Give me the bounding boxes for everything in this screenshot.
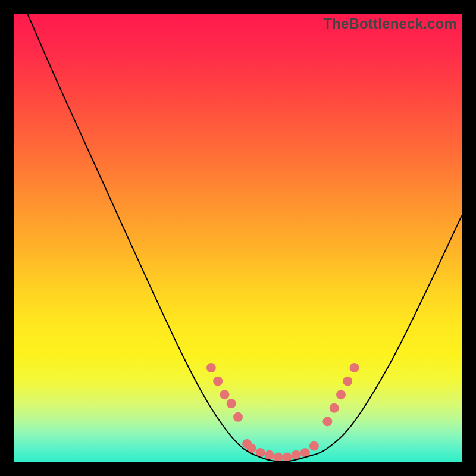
highlight-dot [233,412,243,422]
highlight-dot [227,399,236,408]
plot-area: TheBottleneck.com [14,14,462,462]
highlight-dot [330,403,339,413]
chart-svg [14,14,462,462]
highlight-dot [220,390,229,399]
highlight-dot [265,450,274,460]
highlight-dot [322,416,332,426]
highlight-dot [309,441,319,451]
highlight-dot [336,390,346,399]
highlight-dot [213,377,223,386]
highlight-dot [350,363,359,372]
highlight-dot [274,452,283,462]
highlight-dot [343,377,352,386]
highlight-dot [206,363,216,372]
bottleneck-curve [28,14,462,462]
markers-group [206,363,359,462]
chart-frame: TheBottleneck.com [0,0,476,476]
